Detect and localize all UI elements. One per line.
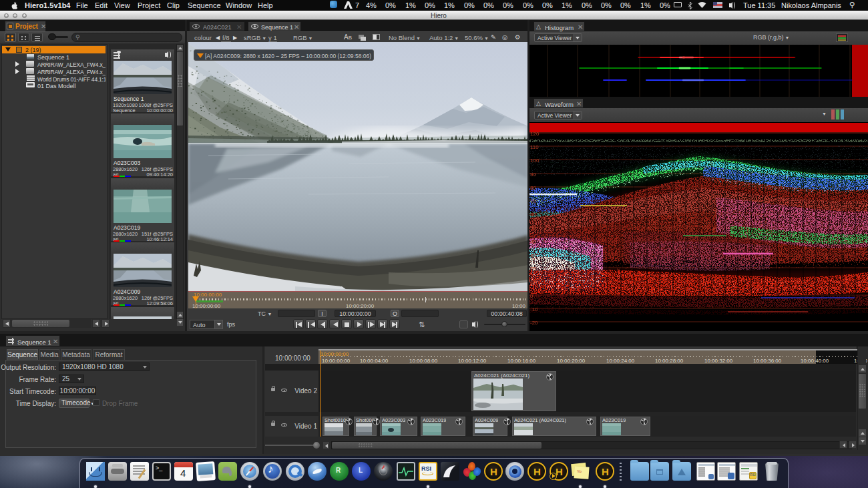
svg-text:-10: -10 [530, 306, 538, 312]
svg-text:30: 30 [530, 252, 536, 258]
svg-text:60: 60 [530, 212, 536, 218]
svg-text:110: 110 [530, 144, 539, 150]
svg-text:90: 90 [530, 172, 536, 178]
svg-text:0: 0 [530, 293, 533, 299]
svg-text:120: 120 [530, 132, 539, 137]
svg-text:70: 70 [530, 198, 536, 204]
svg-text:50: 50 [530, 225, 536, 231]
svg-text:80: 80 [530, 185, 536, 191]
svg-text:100: 100 [530, 158, 539, 164]
svg-text:20: 20 [530, 266, 536, 272]
svg-text:-20: -20 [530, 320, 538, 326]
svg-text:10: 10 [530, 279, 536, 285]
svg-text:40: 40 [530, 239, 536, 245]
